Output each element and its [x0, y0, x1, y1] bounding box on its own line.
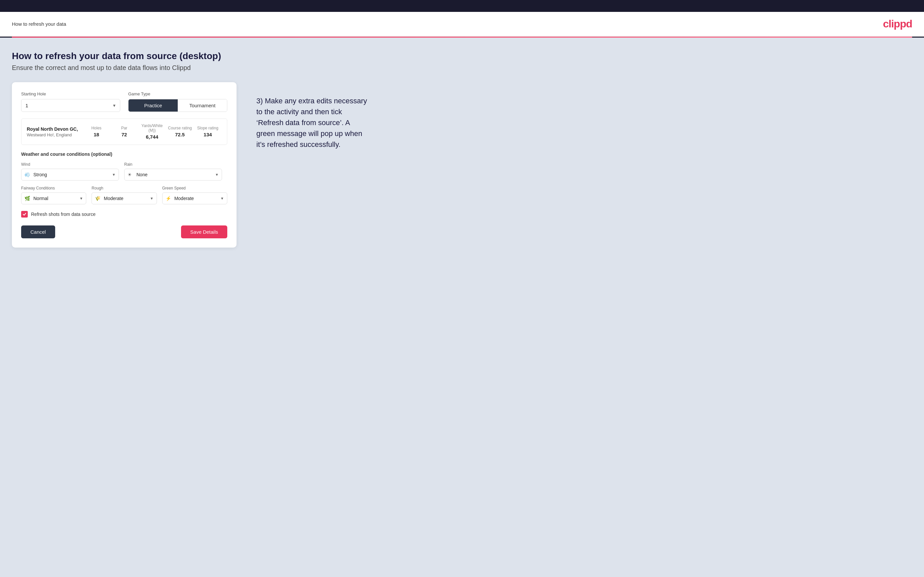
holes-label: Holes: [82, 126, 110, 131]
course-info-row: Royal North Devon GC, Westward Ho!, Engl…: [21, 119, 227, 145]
top-bar: [0, 0, 924, 12]
course-rating-label: Course rating: [166, 126, 194, 131]
wind-icon: 💨: [24, 172, 30, 177]
course-par-stat: Par 72: [110, 126, 138, 138]
game-type-label: Game Type: [128, 92, 227, 97]
par-label: Par: [110, 126, 138, 131]
header: How to refresh your data clippd: [0, 12, 924, 37]
fairway-group: Fairway Conditions 🌿 Normal Soft Firm ▼: [21, 186, 86, 204]
content-area: Starting Hole 1 10 ▼ Game Type Practice …: [12, 82, 912, 248]
conditions-row-1: Wind 💨 Strong Light Calm ▼ Rain ☀: [21, 162, 227, 181]
checkmark-icon: [23, 212, 26, 216]
game-type-toggle: Practice Tournament: [128, 99, 227, 112]
starting-hole-group: Starting Hole 1 10 ▼: [21, 92, 120, 112]
wind-group: Wind 💨 Strong Light Calm ▼: [21, 162, 119, 181]
main-content: How to refresh your data from source (de…: [0, 38, 924, 577]
description-text: 3) Make any extra edits necessary to the…: [256, 95, 369, 150]
rain-icon: ☀: [128, 172, 132, 177]
course-holes-stat: Holes 18: [82, 126, 110, 138]
page-subheading: Ensure the correct and most up to date d…: [12, 64, 912, 72]
button-row: Cancel Save Details: [21, 226, 227, 239]
course-yards-stat: Yards/White (M)) 6,744: [138, 124, 166, 140]
rough-select-wrapper: 🌾 Moderate Light Heavy ▼: [92, 192, 157, 204]
course-name-block: Royal North Devon GC, Westward Ho!, Engl…: [27, 126, 82, 137]
starting-hole-label: Starting Hole: [21, 92, 120, 97]
rain-select[interactable]: None Light Heavy: [124, 169, 222, 181]
conditions-row-2: Fairway Conditions 🌿 Normal Soft Firm ▼ …: [21, 186, 227, 204]
holes-value: 18: [94, 132, 99, 137]
green-speed-icon: ⚡: [165, 196, 171, 201]
wind-select-wrapper: 💨 Strong Light Calm ▼: [21, 169, 119, 181]
course-location: Westward Ho!, England: [27, 132, 82, 137]
rain-group: Rain ☀ None Light Heavy ▼: [124, 162, 222, 181]
fairway-label: Fairway Conditions: [21, 186, 86, 190]
refresh-checkbox[interactable]: [21, 211, 28, 218]
practice-tab[interactable]: Practice: [129, 99, 178, 111]
rough-group: Rough 🌾 Moderate Light Heavy ▼: [92, 186, 157, 204]
rain-label: Rain: [124, 162, 222, 167]
par-value: 72: [121, 132, 127, 137]
tournament-tab[interactable]: Tournament: [178, 99, 227, 111]
refresh-checkbox-label: Refresh shots from data source: [31, 211, 95, 217]
slope-rating-label: Slope rating: [194, 126, 222, 131]
clippd-logo: clippd: [883, 18, 912, 30]
header-title: How to refresh your data: [12, 21, 66, 27]
rough-label: Rough: [92, 186, 157, 190]
green-speed-select[interactable]: Moderate Slow Fast: [162, 192, 227, 204]
rain-select-wrapper: ☀ None Light Heavy ▼: [124, 169, 222, 181]
rough-select[interactable]: Moderate Light Heavy: [92, 192, 157, 204]
rough-icon: 🌾: [95, 196, 100, 201]
description-block: 3) Make any extra edits necessary to the…: [256, 82, 369, 150]
fairway-select[interactable]: Normal Soft Firm: [21, 192, 86, 204]
fairway-select-wrapper: 🌿 Normal Soft Firm ▼: [21, 192, 86, 204]
course-rating-stat: Course rating 72.5: [166, 126, 194, 138]
cancel-button[interactable]: Cancel: [21, 226, 55, 239]
starting-hole-select-wrapper: 1 10 ▼: [21, 99, 120, 112]
course-rating-value: 72.5: [175, 132, 185, 137]
yards-value: 6,744: [146, 134, 158, 140]
slope-rating-stat: Slope rating 134: [194, 126, 222, 138]
form-card: Starting Hole 1 10 ▼ Game Type Practice …: [12, 82, 236, 248]
fairway-icon: 🌿: [24, 196, 30, 201]
conditions-section-title: Weather and course conditions (optional): [21, 152, 227, 157]
green-speed-select-wrapper: ⚡ Moderate Slow Fast ▼: [162, 192, 227, 204]
green-speed-group: Green Speed ⚡ Moderate Slow Fast ▼: [162, 186, 227, 204]
refresh-checkbox-row: Refresh shots from data source: [21, 211, 227, 218]
form-row-top: Starting Hole 1 10 ▼ Game Type Practice …: [21, 92, 227, 112]
slope-rating-value: 134: [204, 132, 212, 137]
save-button[interactable]: Save Details: [181, 226, 227, 239]
starting-hole-select[interactable]: 1 10: [21, 99, 120, 112]
green-speed-label: Green Speed: [162, 186, 227, 190]
course-name: Royal North Devon GC,: [27, 126, 82, 132]
wind-label: Wind: [21, 162, 119, 167]
game-type-group: Game Type Practice Tournament: [128, 92, 227, 112]
yards-label: Yards/White (M)): [138, 124, 166, 133]
wind-select[interactable]: Strong Light Calm: [21, 169, 119, 181]
page-heading: How to refresh your data from source (de…: [12, 51, 912, 61]
